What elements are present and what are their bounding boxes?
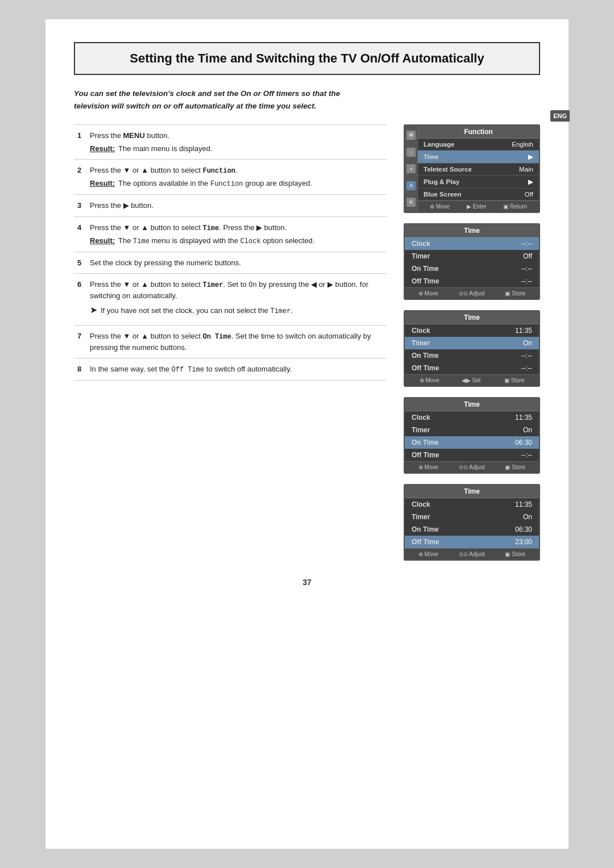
function-row: Blue Screen Off	[418, 189, 539, 201]
note-icon: ➤	[90, 306, 97, 315]
step-number: 8	[74, 358, 86, 381]
footer-store: ▣ Store	[505, 290, 525, 297]
row-label: Timer	[412, 513, 430, 521]
step-number: 1	[74, 125, 86, 160]
function-panel-footer: ⊕ Move ▶ Enter ▣ Return	[418, 201, 539, 212]
title-box: Setting the Time and Switching the TV On…	[74, 42, 540, 75]
row-label: Off Time	[412, 451, 439, 459]
steps-column: 1 Press the MENU button. Result: The mai…	[74, 124, 387, 561]
step-number: 6	[74, 274, 86, 326]
tv-row: Timer On	[405, 511, 539, 523]
step-content: Press the ▼ or ▲ button to select Functi…	[86, 160, 387, 195]
intro-text: You can set the television's clock and s…	[74, 87, 364, 112]
tv-row: Off Time --:--	[405, 362, 539, 374]
result-text: The main menu is displayed.	[118, 143, 212, 155]
step-number: 3	[74, 195, 86, 217]
function-panel-header: Function	[418, 126, 539, 139]
time-panel-3: Time Clock 11:35 Timer On On Time 06:30	[404, 397, 540, 474]
row-label: Blue Screen	[424, 191, 461, 198]
result-label: Result:	[90, 235, 115, 247]
function-row: Time ▶	[418, 151, 539, 164]
step-content: Press the ▶ button.	[86, 195, 387, 217]
result-label: Result:	[90, 178, 115, 189]
footer-move: ⊕ Move	[418, 464, 438, 470]
row-value: 06:30	[515, 525, 532, 533]
row-value: 11:35	[515, 414, 532, 422]
channel-icon: ≡	[406, 164, 416, 173]
row-label: On Time	[412, 439, 439, 446]
row-value: On	[523, 339, 532, 347]
row-value: --:--	[521, 277, 532, 285]
step-number: 2	[74, 160, 86, 195]
table-row: 4 Press the ▼ or ▲ button to select Time…	[74, 216, 387, 252]
row-label: On Time	[412, 525, 439, 533]
sound-icon: ♪	[406, 148, 416, 157]
table-row: 2 Press the ▼ or ▲ button to select Func…	[74, 160, 387, 195]
footer-store: ▣ Store	[505, 551, 525, 557]
footer-enter: ▶ Enter	[467, 203, 487, 210]
row-label: Teletext Source	[424, 166, 472, 173]
function-panel: 🖼 ♪ ≡ ☰ ⊞ Function Language English	[404, 124, 540, 213]
footer-return: ▣ Return	[503, 203, 527, 210]
tv-row: Off Time --:--	[405, 449, 539, 461]
footer-adjust: ⊙⊙ Adjust	[459, 551, 485, 557]
pip-icon: ⊞	[406, 198, 416, 207]
step-content: Press the ▼ or ▲ button to select Timer.…	[86, 274, 387, 326]
table-row: 8 In the same way, set the Off Time to s…	[74, 358, 387, 381]
step-number: 4	[74, 216, 86, 252]
time-panel-2: Time Clock 11:35 Timer On On Time --:--	[404, 310, 540, 387]
row-value: --:--	[521, 352, 532, 360]
step-number: 5	[74, 252, 86, 274]
row-value: Off	[523, 252, 532, 260]
tv-row: Clock 11:35	[405, 411, 539, 424]
time-panel-4-header: Time	[405, 485, 539, 498]
table-row: 6 Press the ▼ or ▲ button to select Time…	[74, 274, 387, 326]
result-label: Result:	[90, 143, 115, 155]
footer-move: ⊕ Move	[418, 551, 438, 557]
page-number: 37	[74, 578, 540, 587]
function-row: Teletext Source Main	[418, 164, 539, 176]
table-row: 5 Set the clock by pressing the numeric …	[74, 252, 387, 274]
time-panel-4-footer: ⊕ Move ⊙⊙ Adjust ▣ Store	[405, 548, 539, 560]
page-title: Setting the Time and Switching the TV On…	[86, 51, 528, 66]
footer-store: ▣ Store	[505, 464, 525, 470]
step-content: Set the clock by pressing the numeric bu…	[86, 252, 387, 274]
row-value: On	[523, 426, 532, 434]
row-value: ▶	[528, 153, 533, 161]
step-content: Press the ▼ or ▲ button to select On Tim…	[86, 325, 387, 358]
tv-row: Clock --:--	[405, 237, 539, 250]
row-value: 06:30	[515, 439, 532, 446]
step-content: Press the MENU button. Result: The main …	[86, 125, 387, 160]
footer-adjust: ⊙⊙ Adjust	[459, 290, 485, 297]
tv-row: Clock 11:35	[405, 498, 539, 511]
row-label: Timer	[412, 426, 430, 434]
footer-move: ⊕ Move	[420, 377, 439, 383]
row-value: --:--	[521, 364, 532, 372]
row-value: 11:35	[515, 327, 532, 335]
time-panel-2-footer: ⊕ Move ◀▶ Sel. ▣ Store	[405, 374, 539, 386]
footer-move: ⊕ Move	[418, 290, 438, 297]
row-label: Clock	[412, 327, 430, 335]
tv-row: On Time 06:30	[405, 436, 539, 449]
row-value: 11:35	[515, 500, 532, 508]
time-panel-4-body: Clock 11:35 Timer On On Time 06:30 Off T…	[405, 498, 539, 548]
note-row: ➤ If you have not set the clock, you can…	[90, 305, 383, 316]
tv-row: On Time 06:30	[405, 523, 539, 536]
eng-badge: ENG	[550, 110, 570, 122]
function-row: Plug & Play ▶	[418, 176, 539, 189]
picture-icon: 🖼	[406, 131, 416, 140]
function-icon: ☰	[406, 181, 416, 190]
footer-move: ⊕ Move	[430, 203, 450, 210]
footer-sel: ◀▶ Sel.	[462, 377, 482, 383]
row-value: Main	[519, 166, 533, 173]
tv-row: Timer On	[405, 337, 539, 349]
table-row: 3 Press the ▶ button.	[74, 195, 387, 217]
row-label: Clock	[412, 500, 430, 508]
panels-column: 🖼 ♪ ≡ ☰ ⊞ Function Language English	[404, 124, 540, 561]
row-value: 23:00	[515, 538, 532, 546]
row-label: Off Time	[412, 364, 439, 372]
page: ENG Setting the Time and Switching the T…	[45, 19, 569, 849]
tv-row: Timer Off	[405, 250, 539, 262]
time-panel-1-body: Clock --:-- Timer Off On Time --:-- Off …	[405, 237, 539, 287]
time-panel-4: Time Clock 11:35 Timer On On Time 06:30	[404, 484, 540, 561]
